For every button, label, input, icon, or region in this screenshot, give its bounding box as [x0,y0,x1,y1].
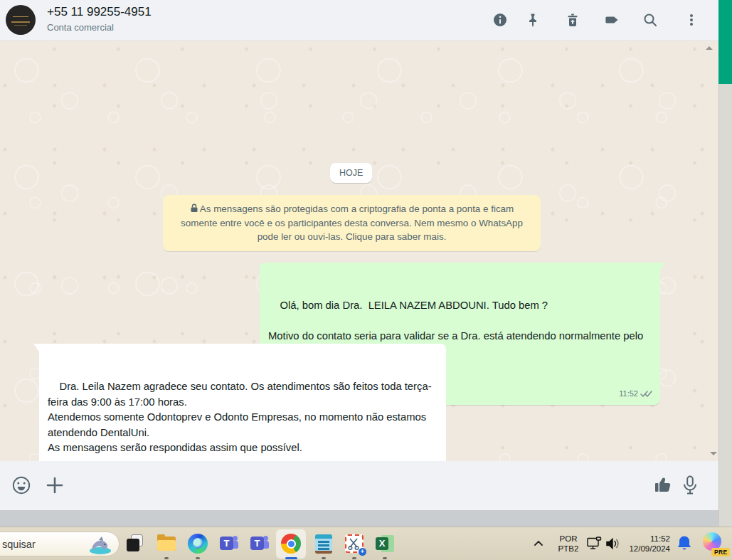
excel-icon[interactable]: X [374,533,396,554]
more-options-icon[interactable] [684,12,699,28]
scroll-down-arrow[interactable] [710,452,717,455]
avatar-logo [13,16,28,17]
emoji-icon[interactable] [11,475,31,498]
language-line1: POR [553,534,583,544]
trash-icon[interactable] [565,12,580,28]
background-window-teal-strip [718,0,732,84]
running-indicator [322,557,326,559]
chat-header: +55 11 99255-4951 Conta comercial [0,0,718,41]
taskbar-search-text: squisar [2,539,36,550]
chrome-icon[interactable] [280,533,302,554]
running-indicator [164,557,169,559]
language-line2: PTB2 [553,544,583,554]
windows-taskbar: squisar T T [0,527,732,560]
message-meta: 11:52 [619,386,653,402]
file-explorer-icon[interactable] [156,533,177,554]
double-check-icon [640,390,653,398]
task-view-icon[interactable] [125,533,147,554]
edge-icon[interactable] [187,533,208,554]
bubble-tail [33,344,39,352]
taskbar-search[interactable]: squisar [0,532,120,556]
mic-icon[interactable] [681,475,699,499]
pin-icon[interactable] [525,12,541,28]
lock-icon [190,204,198,213]
composer-bar: Digite uma mensagem [0,461,718,510]
desktop-gap [0,510,718,527]
encryption-notice[interactable]: As mensagens são protegidas com a cripto… [163,195,541,251]
thumbs-up-icon[interactable] [654,476,674,497]
attach-plus-icon[interactable] [46,476,64,497]
network-display-icon[interactable] [586,537,603,554]
contact-name[interactable]: +55 11 99255-4951 [47,5,152,19]
teams-icon[interactable]: T [218,533,240,554]
label-icon[interactable] [604,12,620,28]
encryption-notice-text: As mensagens são protegidas com a cripto… [181,204,523,242]
copilot-pre-badge: PRE [711,548,730,556]
running-indicator [196,557,200,559]
notepad-icon[interactable] [313,533,334,554]
teams-2-icon[interactable]: T [249,533,270,554]
scroll-up-arrow[interactable] [706,46,713,50]
snipping-tool-icon[interactable]: + [344,533,365,554]
tray-date: 12/09/2024 [610,544,670,554]
running-indicator [383,557,387,559]
dolphin-image [85,534,115,556]
tray-time: 11:52 [610,534,670,544]
contact-avatar[interactable] [6,5,36,35]
info-icon[interactable] [492,12,508,28]
bubble-tail [660,263,666,270]
date-chip: HOJE [330,163,372,183]
search-icon[interactable] [642,12,658,28]
active-running-indicator [285,557,297,559]
hidden-icons-chevron[interactable] [533,537,544,550]
message-time: 11:52 [619,386,638,402]
contact-subtitle: Conta comercial [47,22,114,33]
background-window-gray-strip [718,84,732,527]
running-indicator [352,557,356,559]
language-indicator[interactable]: POR PTB2 [553,534,583,554]
clock[interactable]: 11:52 12/09/2024 [610,534,670,554]
whatsapp-window: +55 11 99255-4951 Conta comercial HOJE A… [0,0,732,560]
notification-bell-icon[interactable] [676,534,693,556]
